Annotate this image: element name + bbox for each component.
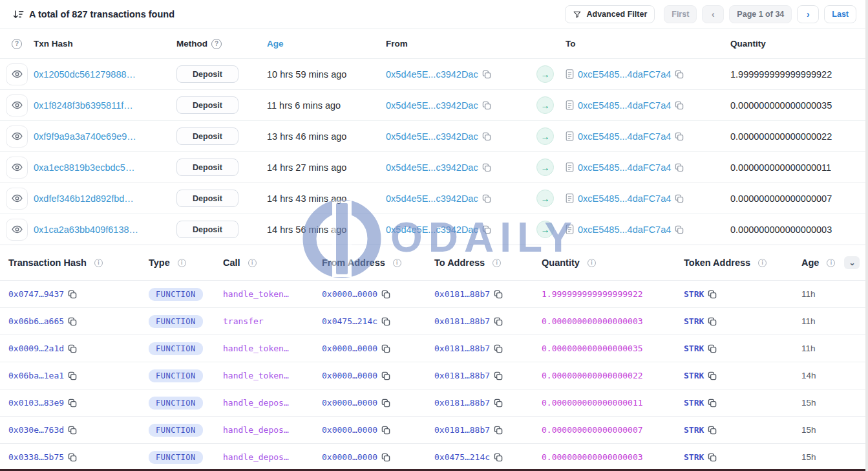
copy-icon[interactable]	[381, 453, 390, 462]
txn-hash-link[interactable]: 0x1f8248f3b6395811f…	[34, 100, 133, 111]
txn-hash-link[interactable]: 0x0009…2a1d	[8, 344, 64, 353]
copy-icon[interactable]	[708, 426, 717, 435]
copy-icon[interactable]	[482, 163, 491, 172]
copy-icon[interactable]	[494, 399, 503, 408]
to-address-link[interactable]: 0x0181…88b7	[434, 344, 490, 353]
from-address-link[interactable]: 0x5d4e5E...c3942Dac	[386, 193, 478, 204]
view-preview-button[interactable]	[6, 94, 28, 116]
txn-hash-link[interactable]: 0x0747…9437	[8, 289, 64, 299]
view-preview-button[interactable]	[6, 157, 28, 179]
method-badge[interactable]: Deposit	[176, 159, 238, 176]
copy-icon[interactable]	[708, 344, 717, 353]
view-preview-button[interactable]	[6, 126, 28, 148]
txn-hash-link[interactable]: 0x0338…5b75	[8, 452, 64, 462]
from-address-link[interactable]: 0x5d4e5E...c3942Dac	[386, 100, 478, 111]
copy-icon[interactable]	[675, 194, 684, 203]
copy-icon[interactable]	[68, 426, 77, 435]
to-address-link[interactable]: 0x0181…88b7	[434, 289, 490, 299]
from-address-link[interactable]: 0x0475…214c	[322, 316, 377, 326]
copy-icon[interactable]	[381, 399, 390, 408]
copy-icon[interactable]	[708, 317, 717, 326]
from-address-link[interactable]: 0x0000…0000	[322, 289, 377, 299]
txn-hash-link[interactable]: 0xdfef346b12d892fbd…	[34, 193, 134, 204]
call-function-name[interactable]: handle_token…	[223, 371, 289, 380]
txn-hash-link[interactable]: 0xa1ec8819b3ecbdc5…	[34, 162, 134, 173]
copy-icon[interactable]	[68, 344, 77, 353]
from-address-link[interactable]: 0x5d4e5E...c3942Dac	[386, 225, 478, 235]
copy-icon[interactable]	[482, 194, 491, 203]
copy-icon[interactable]	[675, 225, 684, 234]
to-address-link[interactable]: 0xcE5485...4daFC7a4	[578, 131, 671, 142]
view-preview-button[interactable]	[6, 188, 28, 210]
copy-icon[interactable]	[675, 101, 684, 110]
to-address-link[interactable]: 0xcE5485...4daFC7a4	[578, 100, 671, 111]
to-address-link[interactable]: 0xcE5485...4daFC7a4	[578, 193, 671, 204]
from-address-link[interactable]: 0x5d4e5E...c3942Dac	[386, 162, 478, 173]
call-function-name[interactable]: handle_depos…	[223, 398, 289, 408]
token-link[interactable]: STRK	[684, 398, 704, 408]
copy-icon[interactable]	[381, 290, 390, 299]
copy-icon[interactable]	[381, 344, 390, 353]
token-link[interactable]: STRK	[684, 289, 704, 299]
age-sort-button[interactable]: ⌄	[844, 256, 860, 269]
txn-hash-link[interactable]: 0x06ba…1ea1	[8, 371, 64, 380]
to-address-link[interactable]: 0xcE5485...4daFC7a4	[578, 162, 671, 173]
from-address-link[interactable]: 0x5d4e5E...c3942Dac	[386, 131, 478, 142]
txn-hash-link[interactable]: 0x06b6…a665	[8, 316, 64, 326]
copy-icon[interactable]	[494, 426, 503, 435]
copy-icon[interactable]	[675, 70, 684, 79]
copy-icon[interactable]	[482, 101, 491, 110]
method-badge[interactable]: Deposit	[176, 127, 238, 145]
from-address-link[interactable]: 0x0000…0000	[322, 398, 377, 408]
call-function-name[interactable]: transfer	[223, 316, 264, 326]
token-link[interactable]: STRK	[684, 371, 704, 380]
copy-icon[interactable]	[381, 426, 390, 435]
view-preview-button[interactable]	[6, 219, 28, 241]
copy-icon[interactable]	[68, 399, 77, 408]
token-link[interactable]: STRK	[684, 425, 704, 435]
to-address-link[interactable]: 0x0181…88b7	[434, 371, 490, 380]
first-page-button[interactable]: First	[664, 5, 697, 23]
to-address-link[interactable]: 0x0181…88b7	[434, 316, 490, 326]
to-address-link[interactable]: 0x0181…88b7	[434, 398, 490, 408]
token-link[interactable]: STRK	[684, 316, 704, 326]
copy-icon[interactable]	[675, 132, 684, 141]
method-badge[interactable]: Deposit	[176, 190, 238, 207]
advanced-filter-button[interactable]: Advanced Filter	[565, 5, 655, 23]
prev-page-button[interactable]: ‹	[702, 5, 724, 23]
method-badge[interactable]: Deposit	[176, 65, 238, 83]
copy-icon[interactable]	[68, 317, 77, 326]
copy-icon[interactable]	[381, 371, 390, 380]
last-page-button[interactable]: Last	[824, 5, 856, 23]
to-address-link[interactable]: 0x0475…214c	[434, 452, 490, 462]
copy-icon[interactable]	[381, 317, 390, 326]
copy-icon[interactable]	[68, 371, 77, 380]
to-address-link[interactable]: 0xcE5485...4daFC7a4	[578, 225, 671, 235]
txn-hash-link[interactable]: 0xf9f9a9a3a740e69e9…	[34, 131, 136, 142]
copy-icon[interactable]	[494, 290, 503, 299]
copy-icon[interactable]	[482, 225, 491, 234]
copy-icon[interactable]	[675, 163, 684, 172]
from-address-link[interactable]: 0x0000…0000	[322, 452, 377, 462]
method-badge[interactable]: Deposit	[176, 221, 238, 238]
copy-icon[interactable]	[494, 317, 503, 326]
copy-icon[interactable]	[708, 453, 717, 462]
call-function-name[interactable]: handle_token…	[223, 344, 289, 353]
from-address-link[interactable]: 0x0000…0000	[322, 344, 377, 353]
method-badge[interactable]: Deposit	[176, 96, 238, 114]
copy-icon[interactable]	[708, 290, 717, 299]
from-address-link[interactable]: 0x5d4e5E...c3942Dac	[386, 69, 478, 80]
copy-icon[interactable]	[494, 371, 503, 380]
copy-icon[interactable]	[708, 371, 717, 380]
copy-icon[interactable]	[494, 453, 503, 462]
copy-icon[interactable]	[494, 344, 503, 353]
call-function-name[interactable]: handle_depos…	[223, 452, 289, 462]
copy-icon[interactable]	[68, 453, 77, 462]
txn-hash-link[interactable]: 0x1ca2a63bb409f6138…	[34, 225, 138, 235]
header-age-sort[interactable]: Age	[267, 39, 386, 49]
token-link[interactable]: STRK	[684, 452, 704, 462]
txn-hash-link[interactable]: 0x0103…83e9	[8, 398, 64, 408]
copy-icon[interactable]	[708, 399, 717, 408]
copy-icon[interactable]	[482, 132, 491, 141]
txn-hash-link[interactable]: 0x030e…763d	[8, 425, 64, 435]
